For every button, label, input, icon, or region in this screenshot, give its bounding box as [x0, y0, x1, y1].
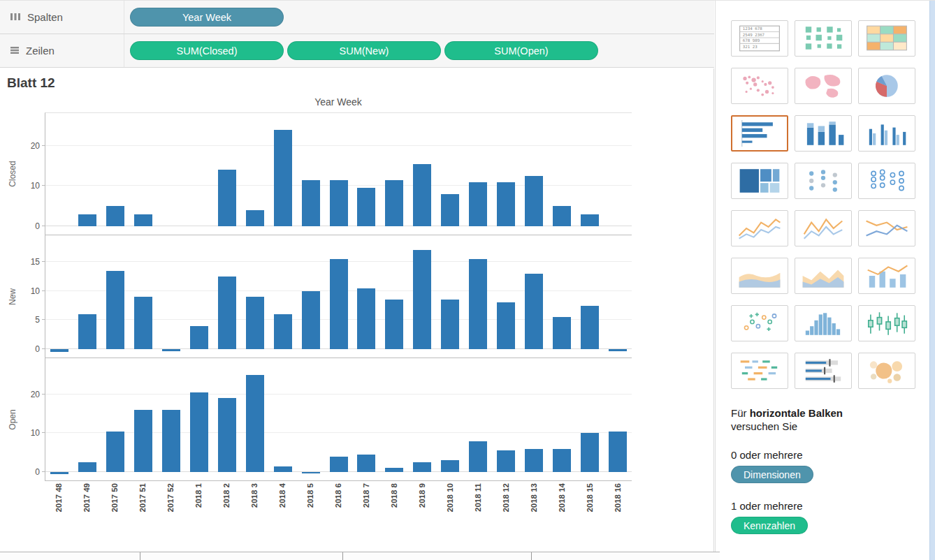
bar-new-2018-9[interactable] [413, 250, 431, 349]
box-and-whisker-thumbnail[interactable] [858, 305, 915, 341]
bar-new-2018-14[interactable] [553, 317, 571, 349]
bar-new-2018-12[interactable] [497, 302, 515, 349]
bar-open-2017-51[interactable] [134, 410, 152, 472]
bar-new-2017-49[interactable] [78, 314, 96, 349]
bar-open-2018-9[interactable] [413, 462, 431, 472]
bar-new-2018-16[interactable] [609, 349, 627, 351]
x-axis-label: 2018 11 [464, 481, 492, 537]
bar-closed-2018-13[interactable] [525, 176, 543, 226]
heat-map-thumbnail[interactable] [795, 20, 852, 57]
bar-slot [325, 235, 353, 358]
bar-closed-2018-9[interactable] [413, 164, 431, 226]
bar-open-2018-13[interactable] [525, 449, 543, 472]
bar-closed-2018-15[interactable] [581, 214, 599, 226]
bar-open-2018-16[interactable] [609, 432, 627, 472]
bar-open-2018-15[interactable] [581, 433, 599, 472]
x-axis-label: 2018 12 [492, 481, 520, 537]
bar-new-2018-15[interactable] [581, 306, 599, 350]
vertical-scrollbar[interactable] [929, 1, 935, 560]
bar-open-2018-5[interactable] [302, 472, 320, 473]
bar-new-2018-3[interactable] [246, 297, 264, 349]
bar-open-2017-50[interactable] [106, 432, 124, 472]
bar-open-2017-52[interactable] [162, 410, 180, 472]
bar-new-2018-2[interactable] [218, 277, 236, 349]
scatter-plot-thumbnail[interactable] [731, 305, 788, 341]
bar-new-2018-7[interactable] [357, 288, 375, 350]
bar-open-2018-14[interactable] [553, 449, 571, 472]
text-table-thumbnail[interactable]: 1234 6782549 2367678 989321 23 [731, 20, 788, 57]
bar-open-2018-11[interactable] [469, 441, 487, 472]
measure-pill[interactable]: SUM(Open) [444, 41, 598, 60]
symbol-map-thumbnail[interactable] [731, 68, 788, 104]
bar-new-2017-50[interactable] [106, 271, 124, 350]
packed-bubbles-thumbnail[interactable] [858, 353, 915, 389]
bar-open-2017-49[interactable] [78, 462, 96, 472]
dimension-pill[interactable]: Year Week [130, 8, 284, 27]
bar-open-2018-1[interactable] [190, 392, 208, 472]
bar-closed-2017-49[interactable] [78, 214, 96, 226]
pie-chart-thumbnail[interactable] [858, 68, 915, 104]
columns-shelf[interactable]: Spalten Year Week [0, 1, 714, 34]
bar-open-2018-10[interactable] [441, 460, 459, 472]
bar-new-2018-13[interactable] [525, 274, 543, 349]
horizontal-bars-thumbnail[interactable] [731, 115, 788, 152]
bar-new-2018-1[interactable] [190, 326, 208, 349]
bar-new-2017-48[interactable] [50, 349, 68, 352]
side-by-side-circles-thumbnail[interactable] [858, 163, 915, 199]
bar-slot [380, 358, 408, 480]
chart-panel-new: 051015New [45, 235, 632, 358]
bar-open-2017-48[interactable] [50, 472, 68, 474]
bar-open-2018-6[interactable] [330, 457, 348, 472]
bar-slot [297, 235, 325, 358]
bar-closed-2018-12[interactable] [497, 182, 515, 226]
bar-closed-2017-50[interactable] [106, 206, 124, 226]
circle-views-thumbnail[interactable] [795, 163, 852, 199]
bar-new-2017-52[interactable] [162, 349, 180, 351]
bar-open-2018-3[interactable] [246, 375, 264, 472]
bar-closed-2018-7[interactable] [357, 188, 375, 226]
bar-new-2018-10[interactable] [441, 300, 459, 349]
x-axis-label: 2018 5 [296, 481, 324, 537]
bullet-graph-thumbnail[interactable] [795, 353, 852, 389]
bar-new-2017-51[interactable] [134, 297, 152, 349]
bar-closed-2018-10[interactable] [441, 194, 459, 226]
filled-map-thumbnail[interactable] [795, 68, 852, 104]
bar-closed-2018-8[interactable] [385, 180, 403, 226]
gantt-chart-thumbnail[interactable] [731, 353, 788, 389]
bar-new-2018-6[interactable] [330, 259, 348, 349]
lines-discrete-thumbnail[interactable] [795, 210, 852, 246]
stacked-bars-thumbnail[interactable] [795, 115, 852, 152]
bar-new-2018-5[interactable] [302, 291, 320, 349]
measure-pill[interactable]: SUM(New) [287, 41, 441, 60]
show-me-panel: 1234 6782549 2367678 989321 23 Für horiz… [715, 1, 929, 560]
bar-closed-2018-4[interactable] [274, 130, 292, 226]
dual-lines-thumbnail[interactable] [858, 210, 915, 246]
rows-shelf[interactable]: Zeilen SUM(Closed)SUM(New)SUM(Open) [0, 34, 714, 68]
bar-new-2018-8[interactable] [385, 300, 403, 349]
area-continuous-thumbnail[interactable] [731, 258, 788, 294]
lines-continuous-thumbnail[interactable] [731, 210, 788, 246]
bar-open-2018-7[interactable] [357, 455, 375, 472]
x-axis-label: 2017 52 [157, 481, 184, 537]
bar-new-2018-4[interactable] [274, 314, 292, 349]
bar-closed-2018-11[interactable] [469, 182, 487, 226]
area-discrete-thumbnail[interactable] [795, 258, 852, 294]
bar-open-2018-12[interactable] [497, 450, 515, 472]
bar-open-2018-8[interactable] [385, 468, 403, 472]
treemap-thumbnail[interactable] [731, 163, 788, 199]
bar-open-2018-2[interactable] [218, 398, 236, 472]
measure-pill[interactable]: SUM(Closed) [130, 41, 284, 60]
bar-closed-2017-51[interactable] [134, 214, 152, 226]
highlight-table-thumbnail[interactable] [858, 20, 915, 57]
bar-closed-2018-2[interactable] [218, 170, 236, 226]
bar-slot [101, 358, 129, 480]
dual-combination-thumbnail[interactable] [858, 258, 915, 294]
bar-new-2018-11[interactable] [469, 259, 487, 349]
histogram-thumbnail[interactable] [795, 305, 852, 341]
side-by-side-bars-thumbnail[interactable] [858, 115, 915, 152]
bar-closed-2018-5[interactable] [302, 180, 320, 226]
bar-open-2018-4[interactable] [274, 466, 292, 472]
bar-closed-2018-14[interactable] [553, 206, 571, 226]
bar-closed-2018-6[interactable] [330, 180, 348, 226]
bar-closed-2018-3[interactable] [246, 210, 264, 226]
